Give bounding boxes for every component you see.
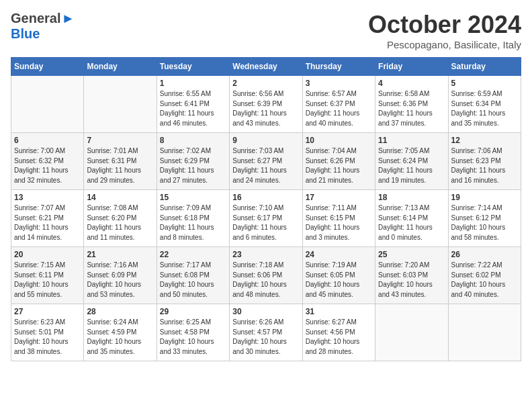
day-number: 18 (378, 193, 445, 202)
calendar-week-row: 20Sunrise: 7:15 AM Sunset: 6:11 PM Dayli… (11, 247, 521, 304)
calendar-cell: 2Sunrise: 6:56 AM Sunset: 6:39 PM Daylig… (230, 76, 302, 133)
day-info: Sunrise: 6:57 AM Sunset: 6:37 PM Dayligh… (306, 89, 372, 128)
day-number: 7 (87, 136, 153, 145)
calendar-cell (11, 76, 84, 133)
day-info: Sunrise: 6:25 AM Sunset: 4:58 PM Dayligh… (160, 318, 226, 357)
calendar-cell: 22Sunrise: 7:17 AM Sunset: 6:08 PM Dayli… (157, 247, 229, 304)
day-info: Sunrise: 7:18 AM Sunset: 6:06 PM Dayligh… (232, 261, 299, 300)
day-info: Sunrise: 7:17 AM Sunset: 6:08 PM Dayligh… (160, 261, 226, 300)
calendar-cell: 18Sunrise: 7:13 AM Sunset: 6:14 PM Dayli… (375, 190, 448, 247)
calendar-cell: 12Sunrise: 7:06 AM Sunset: 6:23 PM Dayli… (448, 133, 521, 190)
calendar-cell: 14Sunrise: 7:08 AM Sunset: 6:20 PM Dayli… (84, 190, 157, 247)
calendar-week-row: 27Sunrise: 6:23 AM Sunset: 5:01 PM Dayli… (11, 304, 521, 361)
logo-bird-icon: ► (61, 11, 75, 26)
day-info: Sunrise: 6:59 AM Sunset: 6:34 PM Dayligh… (451, 89, 518, 128)
calendar-cell: 19Sunrise: 7:14 AM Sunset: 6:12 PM Dayli… (448, 190, 521, 247)
day-info: Sunrise: 7:14 AM Sunset: 6:12 PM Dayligh… (451, 203, 518, 242)
day-number: 6 (14, 136, 81, 145)
day-number: 10 (306, 136, 372, 145)
calendar-cell: 31Sunrise: 6:27 AM Sunset: 4:56 PM Dayli… (302, 304, 375, 361)
calendar-week-row: 13Sunrise: 7:07 AM Sunset: 6:21 PM Dayli… (11, 190, 521, 247)
day-number: 31 (306, 307, 372, 316)
calendar-week-row: 1Sunrise: 6:55 AM Sunset: 6:41 PM Daylig… (11, 76, 521, 133)
calendar-cell: 4Sunrise: 6:58 AM Sunset: 6:36 PM Daylig… (375, 76, 448, 133)
day-info: Sunrise: 7:02 AM Sunset: 6:29 PM Dayligh… (160, 146, 226, 185)
day-info: Sunrise: 7:10 AM Sunset: 6:17 PM Dayligh… (232, 203, 299, 242)
calendar-cell: 25Sunrise: 7:20 AM Sunset: 6:03 PM Dayli… (375, 247, 448, 304)
day-number: 23 (232, 250, 299, 259)
calendar-cell: 29Sunrise: 6:25 AM Sunset: 4:58 PM Dayli… (157, 304, 229, 361)
location: Pescopagano, Basilicate, Italy (368, 39, 521, 50)
weekday-header: Saturday (448, 58, 521, 76)
weekday-header: Thursday (302, 58, 375, 76)
day-number: 27 (14, 307, 81, 316)
calendar-cell: 24Sunrise: 7:19 AM Sunset: 6:05 PM Dayli… (302, 247, 375, 304)
weekday-header: Tuesday (157, 58, 229, 76)
calendar-cell: 30Sunrise: 6:26 AM Sunset: 4:57 PM Dayli… (230, 304, 302, 361)
day-number: 3 (306, 79, 372, 88)
day-number: 24 (306, 250, 372, 259)
calendar-cell: 15Sunrise: 7:09 AM Sunset: 6:18 PM Dayli… (157, 190, 229, 247)
calendar-table: SundayMondayTuesdayWednesdayThursdayFrid… (11, 57, 521, 361)
day-info: Sunrise: 6:26 AM Sunset: 4:57 PM Dayligh… (232, 318, 299, 357)
calendar-cell (448, 304, 521, 361)
day-number: 5 (451, 79, 518, 88)
calendar-cell: 28Sunrise: 6:24 AM Sunset: 4:59 PM Dayli… (84, 304, 157, 361)
logo-general: General (11, 11, 60, 26)
calendar-cell: 3Sunrise: 6:57 AM Sunset: 6:37 PM Daylig… (302, 76, 375, 133)
calendar-cell: 17Sunrise: 7:11 AM Sunset: 6:15 PM Dayli… (302, 190, 375, 247)
calendar-cell: 8Sunrise: 7:02 AM Sunset: 6:29 PM Daylig… (157, 133, 229, 190)
calendar-cell: 6Sunrise: 7:00 AM Sunset: 6:32 PM Daylig… (11, 133, 84, 190)
day-info: Sunrise: 7:11 AM Sunset: 6:15 PM Dayligh… (306, 203, 372, 242)
calendar-cell: 26Sunrise: 7:22 AM Sunset: 6:02 PM Dayli… (448, 247, 521, 304)
calendar-cell: 1Sunrise: 6:55 AM Sunset: 6:41 PM Daylig… (157, 76, 229, 133)
day-info: Sunrise: 7:06 AM Sunset: 6:23 PM Dayligh… (451, 146, 518, 185)
day-number: 11 (378, 136, 445, 145)
day-number: 22 (160, 250, 226, 259)
day-number: 8 (160, 136, 226, 145)
day-info: Sunrise: 7:01 AM Sunset: 6:31 PM Dayligh… (87, 146, 153, 185)
day-number: 16 (232, 193, 299, 202)
day-info: Sunrise: 6:23 AM Sunset: 5:01 PM Dayligh… (14, 318, 81, 357)
day-number: 28 (87, 307, 153, 316)
calendar-header: SundayMondayTuesdayWednesdayThursdayFrid… (11, 58, 521, 76)
weekday-header: Friday (375, 58, 448, 76)
day-number: 1 (160, 79, 226, 88)
day-info: Sunrise: 7:09 AM Sunset: 6:18 PM Dayligh… (160, 203, 226, 242)
calendar-cell: 13Sunrise: 7:07 AM Sunset: 6:21 PM Dayli… (11, 190, 84, 247)
day-number: 30 (232, 307, 299, 316)
day-number: 12 (451, 136, 518, 145)
page-header: General ► Blue October 2024 Pescopagano,… (11, 11, 521, 50)
day-info: Sunrise: 7:16 AM Sunset: 6:09 PM Dayligh… (87, 261, 153, 300)
day-number: 2 (232, 79, 299, 88)
day-info: Sunrise: 6:58 AM Sunset: 6:36 PM Dayligh… (378, 89, 445, 128)
day-info: Sunrise: 6:56 AM Sunset: 6:39 PM Dayligh… (232, 89, 299, 128)
calendar-body: 1Sunrise: 6:55 AM Sunset: 6:41 PM Daylig… (11, 76, 521, 361)
day-number: 19 (451, 193, 518, 202)
day-number: 21 (87, 250, 153, 259)
day-info: Sunrise: 6:27 AM Sunset: 4:56 PM Dayligh… (306, 318, 372, 357)
day-number: 29 (160, 307, 226, 316)
day-info: Sunrise: 7:03 AM Sunset: 6:27 PM Dayligh… (232, 146, 299, 185)
day-info: Sunrise: 7:08 AM Sunset: 6:20 PM Dayligh… (87, 203, 153, 242)
title-block: October 2024 Pescopagano, Basilicate, It… (368, 11, 521, 50)
calendar-week-row: 6Sunrise: 7:00 AM Sunset: 6:32 PM Daylig… (11, 133, 521, 190)
weekday-row: SundayMondayTuesdayWednesdayThursdayFrid… (11, 58, 521, 76)
weekday-header: Monday (84, 58, 157, 76)
day-number: 15 (160, 193, 226, 202)
logo: General ► Blue (11, 11, 75, 42)
day-number: 26 (451, 250, 518, 259)
calendar-cell: 5Sunrise: 6:59 AM Sunset: 6:34 PM Daylig… (448, 76, 521, 133)
day-info: Sunrise: 7:00 AM Sunset: 6:32 PM Dayligh… (14, 146, 81, 185)
day-info: Sunrise: 7:05 AM Sunset: 6:24 PM Dayligh… (378, 146, 445, 185)
month-title: October 2024 (368, 11, 521, 39)
day-info: Sunrise: 6:55 AM Sunset: 6:41 PM Dayligh… (160, 89, 226, 128)
day-number: 4 (378, 79, 445, 88)
calendar-cell: 20Sunrise: 7:15 AM Sunset: 6:11 PM Dayli… (11, 247, 84, 304)
day-number: 14 (87, 193, 153, 202)
calendar-cell (375, 304, 448, 361)
day-number: 20 (14, 250, 81, 259)
day-info: Sunrise: 7:04 AM Sunset: 6:26 PM Dayligh… (306, 146, 372, 185)
weekday-header: Wednesday (230, 58, 302, 76)
day-info: Sunrise: 7:07 AM Sunset: 6:21 PM Dayligh… (14, 203, 81, 242)
